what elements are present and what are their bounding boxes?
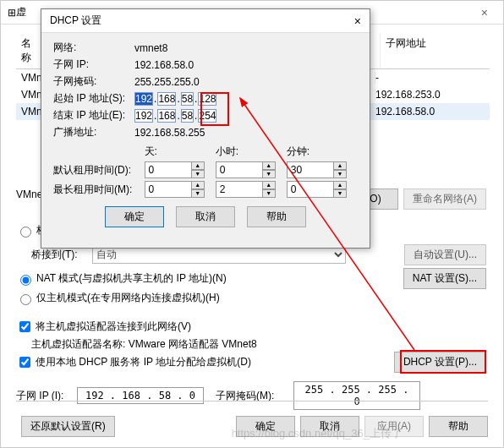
- mask-value: 255.255.255.0: [134, 76, 200, 88]
- def-lease-hours[interactable]: [216, 161, 263, 178]
- auto-settings-button[interactable]: 自动设置(U)...: [404, 244, 486, 265]
- hours-header: 小时:: [216, 145, 287, 159]
- mins-header: 分钟:: [287, 145, 358, 159]
- end-ip-label: 结束 IP 地址(E):: [53, 108, 134, 123]
- dialog-help-button[interactable]: 帮助: [247, 206, 306, 227]
- dialog-ok-button[interactable]: 确定: [105, 206, 164, 227]
- dialog-cancel-button[interactable]: 取消: [176, 206, 235, 227]
- nat-settings-button[interactable]: NAT 设置(S)...: [403, 268, 486, 289]
- dhcp-checkbox[interactable]: [19, 357, 30, 368]
- hostonly-radio[interactable]: [20, 294, 31, 305]
- network-label: 网络:: [53, 41, 134, 55]
- max-lease-mins[interactable]: [287, 181, 334, 198]
- apply-button[interactable]: 应用(A): [364, 416, 424, 437]
- broadcast-label: 广播地址:: [53, 125, 134, 139]
- spin-down-icon[interactable]: ▼: [191, 170, 205, 178]
- col-name[interactable]: 名称: [16, 33, 43, 68]
- host-adapter-label: 将主机虚拟适配器连接到此网络(V): [36, 320, 191, 334]
- def-lease-mins[interactable]: [287, 161, 334, 178]
- network-value: vmnet8: [134, 42, 167, 54]
- col-subnet[interactable]: 子网地址: [380, 33, 490, 68]
- dhcp-dialog: DHCP 设置 × 网络:vmnet8 子网 IP:192.168.58.0 子…: [41, 8, 370, 249]
- default-lease-label: 默认租用时间(D):: [53, 163, 145, 178]
- nat-label: NAT 模式(与虚拟机共享主机的 IP 地址)(N): [36, 271, 227, 286]
- start-ip-label: 起始 IP 地址(S):: [53, 91, 134, 106]
- app-icon: ⊞: [8, 7, 16, 19]
- adapter-name-label: 主机虚拟适配器名称:: [31, 338, 125, 350]
- mask-label: 子网掩码:: [53, 74, 134, 89]
- dhcp-label: 使用本地 DHCP 服务将 IP 地址分配给虚拟机(D): [36, 355, 251, 369]
- subnet-ip-label: 子网 IP:: [53, 57, 134, 72]
- spin-up-icon[interactable]: ▲: [191, 161, 205, 170]
- help-button[interactable]: 帮助: [429, 416, 488, 437]
- def-lease-days[interactable]: [145, 161, 192, 178]
- rename-network-button[interactable]: 重命名网络(A): [403, 188, 486, 210]
- broadcast-value: 192.168.58.255: [134, 127, 205, 139]
- main-title-text: 虚: [16, 5, 26, 19]
- cancel-button[interactable]: 取消: [300, 416, 359, 437]
- subnet-mask-input[interactable]: 255 . 255 . 255 . 0: [293, 381, 420, 410]
- adapter-name-value: VMware 网络适配器 VMnet8: [129, 338, 257, 350]
- max-lease-hours[interactable]: [216, 181, 263, 198]
- max-lease-label: 最长租用时间(M):: [53, 183, 145, 197]
- host-adapter-checkbox[interactable]: [19, 321, 30, 332]
- annotation-box: [200, 92, 229, 126]
- restore-defaults-button[interactable]: 还原默认设置(R): [21, 416, 115, 437]
- ok-button[interactable]: 确定: [236, 416, 295, 437]
- annotation-box: [400, 350, 486, 374]
- subnet-ip-value: 192.168.58.0: [134, 59, 194, 71]
- main-close-button[interactable]: ×: [473, 6, 496, 19]
- max-lease-days[interactable]: [145, 181, 192, 198]
- dialog-title: DHCP 设置: [50, 14, 101, 28]
- nat-radio[interactable]: [20, 275, 31, 286]
- days-header: 天:: [145, 145, 216, 159]
- dialog-close-button[interactable]: ×: [354, 14, 361, 28]
- dialog-titlebar[interactable]: DHCP 设置 ×: [41, 9, 370, 33]
- subnet-ip-input[interactable]: 192 . 168 . 58 . 0: [77, 387, 204, 404]
- bridged-radio[interactable]: [20, 227, 31, 238]
- hostonly-label: 仅主机模式(在专用网络内连接虚拟机)(H): [36, 291, 220, 305]
- bridged-to-label: 桥接到(T):: [31, 248, 92, 262]
